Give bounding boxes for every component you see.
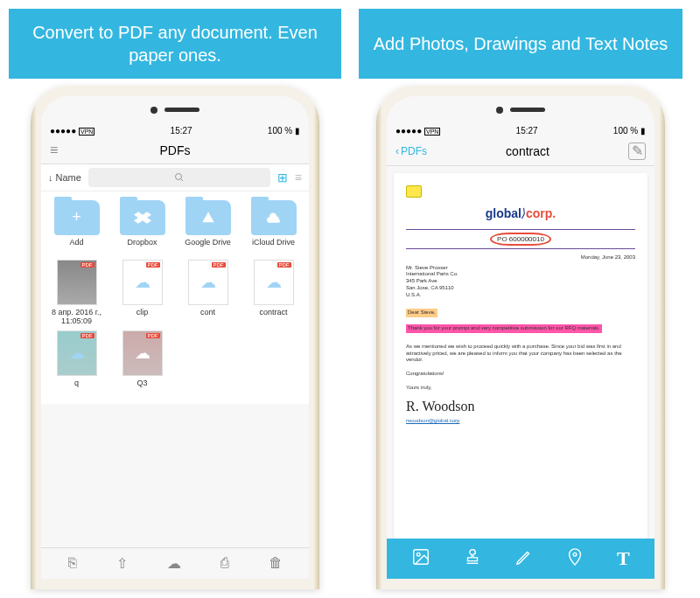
edit-button[interactable]: ✎ bbox=[628, 143, 646, 160]
document-view[interactable]: global⟩corp. PO 600000010 Monday, June 2… bbox=[394, 173, 648, 558]
folder-icloud[interactable]: iCloud Drive bbox=[243, 200, 304, 254]
body-paragraph: As we mentioned we wish to proceed quick… bbox=[406, 344, 635, 364]
po-number: PO 600000010 bbox=[406, 229, 635, 249]
print-icon[interactable]: ⎙ bbox=[220, 555, 229, 572]
file-item[interactable]: PDF☁clip bbox=[112, 260, 172, 326]
status-bar: ●●●●● VPN 15:27 100 % ▮ bbox=[41, 124, 309, 137]
gdrive-icon bbox=[200, 211, 216, 225]
dropbox-icon bbox=[134, 212, 151, 224]
pencil-tool-icon[interactable] bbox=[514, 547, 534, 570]
nav-bar: ‹ PDFs contract ✎ bbox=[387, 137, 654, 166]
header-text: Convert to PDF any document. Even paper … bbox=[18, 21, 332, 66]
svg-point-0 bbox=[175, 173, 181, 179]
status-bar: ●●●●● VPN 15:27 100 % ▮ bbox=[387, 124, 654, 137]
company-logo: global⟩corp. bbox=[406, 206, 635, 220]
stamp-tool-icon[interactable] bbox=[463, 547, 482, 570]
address-line: San Jose, CA 95110 bbox=[406, 285, 635, 292]
doc-date: Monday, June 23, 2003 bbox=[406, 254, 635, 260]
phone-frame: ●●●●● VPN 15:27 100 % ▮ ‹ PDFs contract … bbox=[376, 86, 665, 589]
search-input[interactable] bbox=[88, 168, 270, 187]
body-text: Yours truly, bbox=[406, 385, 635, 392]
share-icon[interactable]: ⇧ bbox=[116, 555, 128, 572]
nav-bar: ≡ PDFs bbox=[41, 137, 309, 164]
promo-header-left: Convert to PDF any document. Even paper … bbox=[9, 9, 341, 79]
photo-tool-icon[interactable] bbox=[411, 547, 430, 570]
svg-line-1 bbox=[180, 178, 183, 181]
list-view-icon[interactable]: ≡ bbox=[295, 170, 302, 184]
file-item[interactable]: PDF☁q bbox=[46, 330, 107, 395]
promo-header-right: Add Photos, Drawings and Text Notes bbox=[359, 9, 682, 79]
folder-gdrive[interactable]: Google Drive bbox=[178, 200, 238, 254]
file-item[interactable]: PDF8 апр. 2016 г., 11:05:09 bbox=[46, 260, 107, 326]
page-title: PDFs bbox=[69, 143, 281, 157]
file-item[interactable]: PDF☁Q3 bbox=[112, 330, 172, 395]
cloud-icon bbox=[265, 212, 283, 224]
status-time: 15:27 bbox=[171, 126, 192, 136]
address-line: Mr. Steve Prosser bbox=[406, 265, 635, 272]
address-line: U.S.A. bbox=[406, 292, 635, 299]
search-icon bbox=[174, 172, 185, 183]
body-text: Congratulations! bbox=[406, 371, 635, 378]
address-line: International Parts Co. bbox=[406, 271, 635, 278]
page-title: contract bbox=[427, 144, 628, 158]
status-time: 15:27 bbox=[516, 126, 538, 136]
file-item[interactable]: PDF☁cont bbox=[178, 260, 238, 326]
sort-button[interactable]: ↓ Name bbox=[48, 172, 81, 183]
signature: R. Woodson bbox=[406, 398, 635, 416]
folder-dropbox[interactable]: Dropbox bbox=[112, 200, 172, 254]
pin-tool-icon[interactable] bbox=[565, 547, 584, 570]
highlighted-text: Thank you for your prompt and very compe… bbox=[406, 324, 602, 333]
sticky-note-icon[interactable] bbox=[406, 185, 422, 198]
header-text: Add Photos, Drawings and Text Notes bbox=[374, 32, 668, 55]
highlighted-text: Dear Steve, bbox=[406, 309, 438, 317]
menu-icon[interactable]: ≡ bbox=[50, 143, 69, 158]
address-line: 345 Park Ave bbox=[406, 278, 635, 285]
email-link: rwoodson@global.corp bbox=[406, 418, 635, 425]
text-tool-icon[interactable]: T bbox=[617, 547, 630, 570]
back-button[interactable]: ‹ PDFs bbox=[396, 145, 427, 157]
annotation-toolbar: T bbox=[387, 539, 654, 579]
phone-frame: ●●●●● VPN 15:27 100 % ▮ ≡ PDFs ↓ Name ⊞ bbox=[31, 86, 319, 589]
file-item[interactable]: PDF☁contract bbox=[243, 260, 304, 326]
svg-point-5 bbox=[573, 553, 577, 556]
folder-add[interactable]: +Add bbox=[46, 200, 107, 254]
trash-icon[interactable]: 🗑 bbox=[269, 555, 283, 572]
cloud-sync-icon[interactable]: ☁ bbox=[167, 555, 181, 572]
bottom-toolbar: ⎘ ⇧ ☁ ⎙ 🗑 bbox=[41, 547, 309, 579]
svg-point-3 bbox=[417, 553, 421, 556]
copy-icon[interactable]: ⎘ bbox=[68, 555, 77, 572]
grid-view-icon[interactable]: ⊞ bbox=[277, 170, 288, 184]
